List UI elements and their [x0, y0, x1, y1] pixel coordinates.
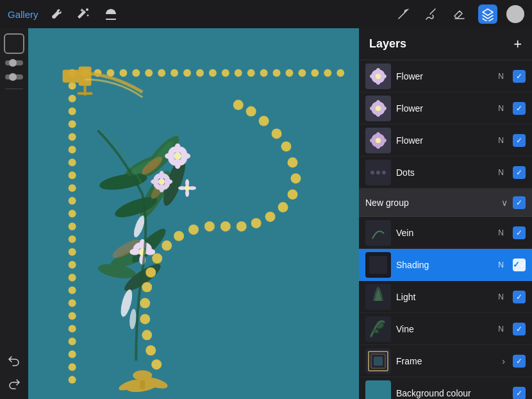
- add-layer-button[interactable]: +: [513, 37, 522, 51]
- svg-point-108: [281, 141, 292, 151]
- layer-visibility[interactable]: [513, 134, 526, 147]
- svg-rect-179: [374, 357, 383, 366]
- layer-row[interactable]: Vein N: [359, 217, 532, 249]
- left-sidebar: [0, 28, 28, 399]
- svg-point-121: [152, 253, 162, 264]
- svg-point-38: [69, 274, 76, 282]
- layer-row[interactable]: Flower N: [359, 60, 532, 92]
- layer-visibility[interactable]: ✓: [513, 259, 526, 271]
- svg-point-168: [382, 171, 386, 174]
- svg-point-34: [69, 223, 76, 230]
- group-row[interactable]: New group ∨: [359, 189, 532, 217]
- svg-rect-169: [366, 221, 390, 245]
- svg-point-167: [376, 171, 380, 174]
- layer-visibility[interactable]: [513, 166, 526, 179]
- svg-point-114: [251, 218, 262, 228]
- layer-name: Light: [396, 292, 493, 302]
- svg-point-111: [287, 189, 297, 200]
- svg-point-26: [69, 121, 76, 128]
- layer-visibility[interactable]: [513, 387, 526, 400]
- svg-point-166: [370, 171, 374, 174]
- svg-point-36: [69, 248, 76, 256]
- brush-size-slider[interactable]: [5, 60, 23, 65]
- layer-thumbnail: [365, 128, 391, 153]
- svg-point-32: [69, 197, 76, 205]
- svg-point-46: [69, 376, 76, 384]
- svg-point-31: [69, 184, 76, 192]
- svg-point-118: [188, 225, 199, 235]
- selection-tool[interactable]: [4, 33, 24, 54]
- svg-point-120: [162, 241, 172, 251]
- svg-point-25: [69, 108, 76, 115]
- arrow-icon[interactable]: [129, 6, 146, 22]
- layer-row[interactable]: Frame ›: [359, 345, 532, 377]
- opacity-slider[interactable]: [5, 74, 23, 80]
- layer-thumbnail: [365, 64, 391, 89]
- layer-visibility[interactable]: [513, 226, 526, 239]
- svg-point-76: [174, 153, 181, 159]
- layer-visibility[interactable]: [513, 70, 526, 83]
- layer-chevron-icon: ›: [502, 356, 505, 366]
- toolbar-left: Gallery: [8, 6, 146, 22]
- layer-name: Flower: [396, 103, 493, 114]
- svg-rect-51: [78, 92, 93, 95]
- undo-button[interactable]: [4, 350, 24, 371]
- group-name: New group: [365, 198, 496, 208]
- toolbar: Gallery: [0, 0, 532, 28]
- layer-row[interactable]: Flower N: [359, 124, 532, 157]
- svg-point-37: [69, 261, 76, 269]
- layers-tool-icon[interactable]: [478, 4, 497, 24]
- layer-mode: N: [498, 104, 504, 113]
- layer-thumbnail: [365, 284, 391, 310]
- layer-thumbnail: [365, 380, 391, 400]
- svg-point-15: [247, 69, 255, 77]
- svg-point-124: [140, 298, 150, 309]
- avatar[interactable]: [506, 5, 524, 23]
- svg-point-115: [237, 221, 247, 232]
- redo-button[interactable]: [4, 373, 24, 394]
- wrench-icon[interactable]: [49, 6, 65, 22]
- svg-point-128: [151, 359, 162, 369]
- layer-visibility[interactable]: [513, 323, 526, 335]
- layer-visibility[interactable]: [513, 102, 526, 115]
- svg-point-106: [259, 116, 269, 126]
- svg-point-24: [69, 95, 76, 103]
- svg-point-125: [140, 314, 150, 324]
- eraser-tool-icon[interactable]: [450, 4, 469, 24]
- layer-visibility[interactable]: [513, 196, 526, 209]
- layer-visibility[interactable]: [513, 355, 526, 368]
- svg-point-21: [324, 69, 331, 77]
- layer-row[interactable]: Light N: [359, 281, 532, 313]
- layer-row[interactable]: Dots N: [359, 157, 532, 189]
- layer-visibility[interactable]: [513, 291, 526, 303]
- svg-point-7: [145, 69, 153, 77]
- brush-tool-icon[interactable]: [422, 4, 441, 24]
- layers-title: Layers: [369, 37, 406, 51]
- layer-thumbnail: [365, 96, 391, 121]
- layer-row[interactable]: Flower N: [359, 92, 532, 124]
- svg-point-144: [376, 74, 381, 79]
- toolbar-right: [394, 4, 524, 24]
- layer-thumbnail: [365, 252, 391, 278]
- svg-point-164: [376, 138, 381, 143]
- layer-name: Shading: [396, 260, 493, 270]
- gallery-button[interactable]: Gallery: [8, 9, 38, 20]
- layer-row[interactable]: Background colour: [359, 377, 532, 399]
- layer-row[interactable]: Vine N: [359, 313, 532, 345]
- layer-row-active[interactable]: Shading N ✓: [359, 249, 532, 281]
- svg-point-14: [235, 69, 242, 77]
- svg-point-40: [69, 300, 76, 307]
- layers-list: Flower N: [359, 60, 532, 399]
- svg-point-8: [158, 69, 165, 77]
- svg-point-29: [69, 158, 76, 166]
- group-expand-icon[interactable]: ∨: [501, 198, 508, 208]
- layer-name: Background colour: [396, 388, 508, 398]
- pen-tool-icon[interactable]: [394, 4, 413, 24]
- svg-point-127: [145, 345, 156, 355]
- smudge-icon[interactable]: [103, 6, 119, 22]
- layer-mode: N: [498, 260, 504, 269]
- canvas-area[interactable]: [28, 28, 359, 399]
- layers-panel: Layers +: [359, 28, 532, 399]
- svg-point-11: [196, 69, 204, 77]
- magic-icon[interactable]: [76, 6, 92, 22]
